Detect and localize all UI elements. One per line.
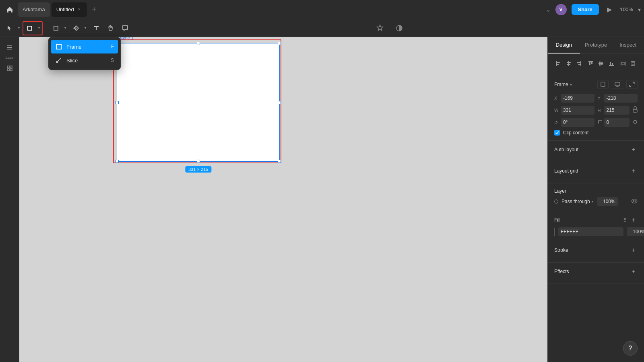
- handle-top-mid[interactable]: [197, 42, 200, 45]
- constrain-proportions-button[interactable]: [633, 106, 638, 114]
- align-bottom-button[interactable]: [607, 59, 615, 68]
- effects-header: Effects +: [554, 267, 638, 276]
- svg-rect-39: [591, 62, 592, 64]
- dropdown-item-slice[interactable]: Slice S: [51, 53, 118, 67]
- svg-rect-23: [61, 44, 62, 49]
- zoom-chevron[interactable]: ▾: [638, 6, 641, 13]
- align-center-h-button[interactable]: [564, 59, 573, 68]
- svg-rect-24: [56, 44, 62, 45]
- pen-tool[interactable]: ▾: [70, 22, 88, 35]
- handle-bottom-left[interactable]: [116, 160, 119, 163]
- x-input[interactable]: [561, 94, 594, 103]
- corner-input[interactable]: [604, 118, 630, 127]
- add-effect-button[interactable]: +: [630, 267, 638, 276]
- contrast-icon[interactable]: [393, 22, 406, 35]
- add-auto-layout-button[interactable]: +: [630, 146, 638, 154]
- right-panel: Design Prototype Inspect: [547, 37, 644, 362]
- tab-inspect[interactable]: Inspect: [612, 37, 644, 53]
- tab-design[interactable]: Design: [548, 37, 580, 53]
- dropdown-frame-shortcut: F: [111, 44, 114, 49]
- handle-bottom-right[interactable]: [278, 160, 281, 163]
- align-section: [548, 54, 644, 75]
- fill-color-swatch[interactable]: [554, 228, 555, 236]
- share-button[interactable]: Share: [572, 4, 599, 15]
- shape-tool[interactable]: ▾: [50, 22, 68, 35]
- svg-point-57: [634, 200, 636, 202]
- frame-tool[interactable]: ▾: [23, 21, 43, 35]
- align-row-1: [554, 59, 638, 68]
- fill-opacity-input[interactable]: [627, 227, 644, 236]
- avatar[interactable]: V: [555, 4, 567, 15]
- home-button[interactable]: [3, 3, 16, 16]
- add-stroke-button[interactable]: +: [630, 246, 638, 254]
- h-input[interactable]: [604, 106, 630, 115]
- frame-dropdown-arrow[interactable]: ▾: [570, 82, 572, 87]
- corner-settings-button[interactable]: [633, 119, 638, 126]
- svg-rect-44: [610, 62, 611, 65]
- distribute-v-button[interactable]: [629, 59, 638, 68]
- svg-rect-33: [567, 64, 570, 65]
- layers-panel-button[interactable]: [2, 40, 17, 55]
- svg-rect-17: [10, 69, 12, 71]
- shape-tool-arrow: ▾: [62, 22, 68, 35]
- tab-arkatama[interactable]: Arkatama: [18, 2, 50, 17]
- layer-section: Layer Pass through ▾: [548, 183, 644, 211]
- rotation-input[interactable]: [561, 118, 594, 127]
- handle-mid-right[interactable]: [278, 101, 281, 104]
- play-button[interactable]: ▶: [604, 4, 615, 15]
- svg-rect-43: [609, 65, 614, 66]
- svg-line-26: [57, 58, 61, 62]
- layer-opacity-input[interactable]: [597, 197, 618, 206]
- svg-rect-22: [56, 44, 57, 49]
- handle-mid-left[interactable]: [116, 101, 119, 104]
- hand-tool[interactable]: [104, 22, 117, 35]
- align-left-button[interactable]: [554, 59, 563, 68]
- align-center-v-button[interactable]: [597, 59, 605, 68]
- layout-grid-header: Layout grid +: [554, 167, 638, 175]
- dropdown-item-frame[interactable]: Frame F: [51, 40, 118, 53]
- text-tool[interactable]: [90, 22, 103, 35]
- tab-arkatama-label: Arkatama: [23, 6, 45, 12]
- clip-content-label: Clip content: [563, 130, 588, 136]
- layer-visibility-button[interactable]: [631, 199, 638, 205]
- canvas-inner-frame[interactable]: Frame 1 331 × 215: [117, 43, 280, 162]
- fill-drag-handle[interactable]: ⠿: [623, 217, 627, 223]
- w-input[interactable]: [561, 106, 594, 115]
- phone-frame-button[interactable]: [597, 80, 609, 89]
- fill-hex-input[interactable]: [558, 227, 623, 236]
- align-top-button[interactable]: [586, 59, 595, 68]
- distribute-h-button[interactable]: [619, 59, 627, 68]
- handle-bottom-mid[interactable]: [197, 160, 200, 163]
- tab-untitled[interactable]: Untitled ×: [52, 2, 87, 17]
- resize-frame-button[interactable]: [626, 80, 638, 89]
- tab-close-button[interactable]: ×: [76, 7, 82, 12]
- svg-point-56: [634, 120, 637, 123]
- layer-row: Pass through ▾: [554, 197, 638, 206]
- canvas-frame-wrapper: Frame 1 331 × 215: [115, 41, 280, 162]
- tab-prototype[interactable]: Prototype: [580, 37, 612, 53]
- clip-content-checkbox[interactable]: [554, 130, 560, 136]
- help-button[interactable]: ?: [623, 341, 638, 356]
- add-layout-grid-button[interactable]: +: [630, 167, 638, 175]
- add-fill-button[interactable]: +: [630, 216, 638, 224]
- canvas-area[interactable]: Frame 1 331 × 215: [19, 37, 547, 362]
- svg-rect-28: [556, 61, 557, 66]
- rotation-label: ↺: [554, 120, 559, 125]
- svg-rect-36: [578, 64, 580, 65]
- y-input[interactable]: [604, 94, 638, 103]
- layer-blend-mode[interactable]: Pass through ▾: [561, 199, 594, 204]
- plugin-icon[interactable]: [374, 22, 386, 35]
- tool-group-select: ▾ ▾: [3, 21, 43, 35]
- add-tab-button[interactable]: +: [89, 4, 100, 15]
- svg-rect-42: [601, 62, 603, 65]
- move-tool[interactable]: ▾: [3, 22, 22, 35]
- y-property: Y: [598, 94, 638, 103]
- handle-top-right[interactable]: [278, 42, 281, 45]
- zoom-level[interactable]: 100%: [620, 6, 633, 12]
- align-right-button[interactable]: [575, 59, 583, 68]
- version-chevron[interactable]: ⌄: [546, 6, 551, 13]
- svg-rect-38: [589, 62, 590, 65]
- comment-tool[interactable]: [119, 22, 132, 35]
- desktop-frame-button[interactable]: [612, 80, 623, 89]
- components-button[interactable]: [2, 61, 17, 76]
